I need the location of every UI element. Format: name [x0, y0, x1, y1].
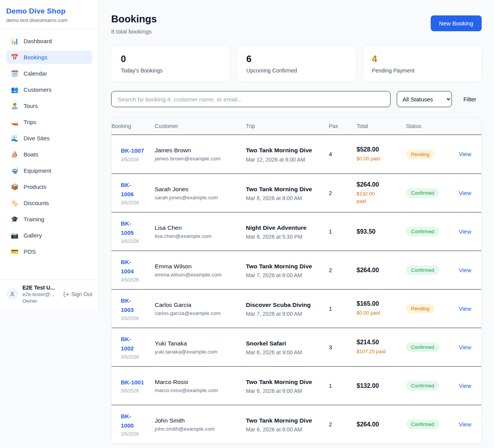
- user-name: E2E Test U...: [22, 285, 55, 291]
- dive-sites-icon: 🌊: [11, 135, 19, 142]
- view-link[interactable]: View: [459, 267, 471, 273]
- bookings-table: Booking Customer Trip Pax Total Status B…: [111, 117, 482, 444]
- customer-cell: Marco Rossi marco.rossi@example.com: [155, 379, 246, 393]
- paid-amount: $0.00 paid: [357, 155, 402, 163]
- column-header: Booking: [112, 118, 155, 135]
- logout-icon: [63, 291, 69, 297]
- sidebar-nav-item[interactable]: 🎓 Training: [6, 212, 92, 226]
- booking-id-link[interactable]: BK- 1002: [121, 335, 151, 353]
- pax-cell: 1: [329, 228, 357, 235]
- view-link[interactable]: View: [459, 305, 471, 312]
- booking-id-link[interactable]: BK- 1005: [121, 219, 151, 237]
- nav-item-label: Discounts: [24, 200, 49, 206]
- sidebar-nav-item[interactable]: 💳 POS: [6, 245, 92, 258]
- paid-amount: $0.00 paid: [357, 309, 402, 317]
- booking-date: 3/5/2026: [121, 239, 151, 244]
- booking-date: 3/5/2026: [121, 431, 151, 437]
- trip-cell: Two Tank Morning Dive Mar 8, 2026 at 8:0…: [246, 185, 329, 201]
- view-cell: View: [452, 305, 481, 312]
- user-section: E2E Test U... e2e-tester@... Owner Sign …: [0, 280, 98, 308]
- trips-icon: 🚤: [11, 118, 19, 126]
- new-booking-button[interactable]: New Booking: [431, 15, 482, 31]
- sidebar-nav-item[interactable]: ⛵ Boats: [6, 148, 92, 161]
- nav-item-label: Dive Sites: [24, 135, 50, 141]
- booking-id-link[interactable]: BK-1007: [121, 146, 151, 155]
- stat-card: 0 Today's Bookings: [111, 45, 230, 82]
- total-cell: $93.50: [357, 228, 406, 235]
- total-cell: $264.00: [357, 267, 406, 274]
- total-amount: $165.00: [357, 300, 402, 307]
- stat-value: 0: [121, 54, 221, 64]
- table-row: BK- 1004 3/5/2026 Emma Wilson emma.wilso…: [112, 251, 481, 289]
- booking-id-link[interactable]: BK- 1006: [121, 180, 151, 199]
- sidebar-nav-item[interactable]: 🤿 Equipment: [6, 164, 92, 177]
- nav-item-label: Bookings: [24, 54, 47, 61]
- sidebar-nav-item[interactable]: 🌊 Dive Sites: [6, 131, 92, 145]
- booking-cell: BK- 1000 3/5/2026: [112, 412, 155, 437]
- customer-cell: Emma Wilson emma.wilson@example.com: [155, 263, 246, 278]
- total-amount: $264.00: [357, 421, 402, 428]
- status-filter-select[interactable]: All Statuses: [397, 91, 452, 107]
- total-cell: $165.00 $0.00 paid: [357, 300, 406, 317]
- customer-email: sarah.jones@example.com: [155, 195, 242, 200]
- booking-id-link[interactable]: BK- 1003: [121, 296, 151, 314]
- booking-id-link[interactable]: BK-1001: [121, 378, 151, 387]
- sign-out-button[interactable]: Sign Out: [63, 291, 92, 297]
- trip-cell: Two Tank Morning Dive Mar 6, 2026 at 8:0…: [246, 377, 329, 394]
- view-link[interactable]: View: [459, 151, 471, 157]
- bookings-icon: 📅: [11, 54, 19, 61]
- stat-value: 6: [246, 54, 346, 64]
- view-link[interactable]: View: [459, 228, 471, 235]
- sidebar: Demo Dive Shop demo.test.divestreams.com…: [0, 0, 99, 308]
- total-cell: $264.00: [357, 421, 406, 428]
- customer-name: Carlos Garcia: [155, 301, 242, 308]
- sidebar-nav-item[interactable]: 📦 Products: [6, 180, 92, 194]
- booking-id-link[interactable]: BK- 1000: [121, 412, 151, 430]
- booking-id-link[interactable]: BK- 1004: [121, 258, 151, 276]
- sidebar-nav-item[interactable]: 📅 Bookings: [6, 51, 92, 64]
- customer-name: John Smith: [155, 417, 242, 424]
- view-cell: View: [452, 421, 481, 428]
- sidebar-nav: 📊 Dashboard 📅 Bookings 🗓️ Calendar 👥 Cus…: [0, 29, 98, 280]
- sidebar-nav-item[interactable]: 👥 Customers: [6, 83, 92, 96]
- trip-cell: Snorkel Safari Mar 6, 2026 at 9:00 AM: [246, 339, 329, 355]
- sidebar-nav-item[interactable]: 🚤 Trips: [6, 115, 92, 129]
- shop-subdomain: demo.test.divestreams.com: [6, 17, 92, 23]
- booking-cell: BK- 1005 3/5/2026: [112, 219, 155, 244]
- total-amount: $528.00: [357, 146, 402, 153]
- search-input[interactable]: [111, 91, 391, 107]
- booking-cell: BK- 1002 3/5/2026: [112, 335, 155, 360]
- table-row: BK-1007 3/5/2026 James Brown james.brown…: [112, 135, 481, 173]
- status-cell: Pending: [406, 304, 452, 313]
- table-row: BK- 1002 3/5/2026 Yuki Tanaka yuki.tanak…: [112, 328, 481, 366]
- view-link[interactable]: View: [459, 190, 471, 196]
- view-link[interactable]: View: [459, 421, 471, 428]
- sidebar-nav-item[interactable]: 📊 Dashboard: [6, 34, 92, 48]
- customer-email: yuki.tanaka@example.com: [155, 349, 242, 355]
- trip-datetime: Mar 6, 2026 at 8:00 AM: [246, 388, 325, 394]
- sidebar-nav-item[interactable]: 📷 Gallery: [6, 229, 92, 242]
- view-cell: View: [452, 190, 481, 197]
- table-body: BK-1007 3/5/2026 James Brown james.brown…: [112, 135, 481, 443]
- booking-cell: BK-1001 3/5/2026: [112, 378, 155, 394]
- trip-name: Snorkel Safari: [246, 339, 315, 348]
- filter-button[interactable]: Filter: [458, 93, 482, 106]
- calendar-icon: 🗓️: [11, 70, 19, 77]
- sidebar-nav-item[interactable]: 🗓️ Calendar: [6, 67, 92, 80]
- view-cell: View: [452, 382, 481, 389]
- sidebar-nav-item[interactable]: 🏷️ Discounts: [6, 196, 92, 210]
- avatar: [6, 288, 19, 300]
- view-link[interactable]: View: [459, 344, 471, 350]
- total-cell: $264.00 $132.00 paid: [357, 181, 406, 205]
- nav-item-label: POS: [24, 248, 36, 255]
- training-icon: 🎓: [11, 216, 19, 223]
- total-cell: $132.00: [357, 382, 406, 389]
- view-cell: View: [452, 151, 481, 158]
- stat-label: Today's Bookings: [121, 67, 221, 74]
- nav-item-label: Products: [24, 184, 46, 190]
- sidebar-nav-item[interactable]: 🏝️ Tours: [6, 99, 92, 113]
- pax-cell: 2: [329, 267, 357, 274]
- trip-name: Two Tank Morning Dive: [246, 185, 315, 194]
- view-link[interactable]: View: [459, 382, 471, 389]
- paid-amount: $132.00 paid: [357, 190, 402, 205]
